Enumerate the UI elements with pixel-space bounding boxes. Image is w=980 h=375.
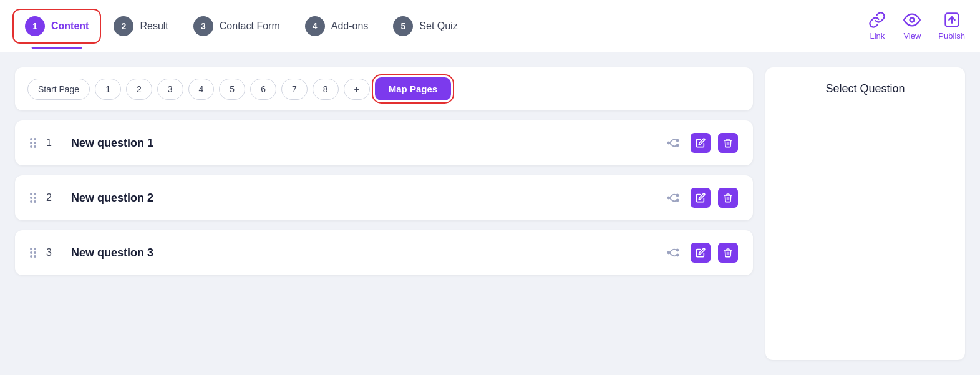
tab-number-2: 2	[114, 16, 133, 36]
page-tab-start[interactable]: Start Page	[27, 79, 90, 100]
tab-add-ons[interactable]: 4 Add-ons	[295, 11, 379, 41]
page-tab-5[interactable]: 5	[219, 79, 245, 100]
question-title-1: New question 1	[71, 137, 653, 150]
svg-point-0	[910, 18, 915, 22]
page-tab-4[interactable]: 4	[188, 79, 215, 100]
publish-label: Publish	[938, 31, 965, 41]
tab-contact-form[interactable]: 3 Contact Form	[183, 11, 290, 41]
logic-icon-2[interactable]	[663, 188, 683, 208]
logic-icon-3[interactable]	[663, 243, 683, 263]
svg-point-7	[677, 200, 679, 202]
question-title-2: New question 2	[71, 192, 653, 205]
publish-button[interactable]: Publish	[938, 11, 965, 41]
tab-result[interactable]: 2 Result	[104, 11, 178, 41]
logic-icon-1[interactable]	[663, 133, 683, 153]
link-label: Link	[870, 31, 885, 41]
page-tab-7[interactable]: 7	[281, 79, 308, 100]
page-tab-add[interactable]: +	[344, 79, 370, 100]
page-tab-1[interactable]: 1	[95, 79, 121, 100]
question-item-1: 1 New question 1	[15, 120, 753, 165]
page-tab-8[interactable]: 8	[313, 79, 339, 100]
question-number-2: 2	[46, 192, 61, 203]
left-panel: Start Page 1 2 3 4 5 6 7 8 + Map Pages 1…	[15, 67, 753, 360]
question-actions-2	[663, 188, 738, 208]
question-actions-1	[663, 133, 738, 153]
tab-label-content: Content	[51, 21, 89, 32]
edit-icon-1[interactable]	[691, 133, 711, 153]
delete-icon-1[interactable]	[718, 133, 738, 153]
question-number-1: 1	[46, 137, 61, 149]
page-tab-3[interactable]: 3	[157, 79, 183, 100]
tab-number-5: 5	[393, 16, 413, 36]
question-number-3: 3	[46, 247, 61, 258]
eye-icon	[903, 11, 921, 29]
svg-point-4	[677, 145, 679, 147]
publish-icon	[943, 11, 961, 29]
question-item-2: 2 New question 2	[15, 175, 753, 220]
top-nav: 1 Content 2 Result 3 Contact Form 4 Add-…	[0, 0, 980, 52]
drag-handle-3[interactable]	[30, 248, 36, 258]
tab-label-add-ons: Add-ons	[331, 21, 369, 32]
tab-number-4: 4	[305, 16, 325, 36]
tab-number-1: 1	[25, 16, 45, 36]
svg-point-3	[677, 140, 679, 142]
tab-label-set-quiz: Set Quiz	[419, 21, 457, 32]
view-label: View	[903, 31, 921, 41]
nav-tabs: 1 Content 2 Result 3 Contact Form 4 Add-…	[15, 11, 868, 41]
tab-content[interactable]: 1 Content	[15, 11, 99, 41]
map-pages-button[interactable]: Map Pages	[375, 77, 451, 100]
right-panel: Select Question	[765, 67, 965, 360]
delete-icon-2[interactable]	[718, 188, 738, 208]
select-question-label: Select Question	[825, 82, 905, 95]
tab-set-quiz[interactable]: 5 Set Quiz	[383, 11, 467, 41]
question-actions-3	[663, 243, 738, 263]
svg-point-10	[677, 255, 679, 256]
tab-label-result: Result	[140, 21, 168, 32]
svg-point-6	[677, 195, 679, 197]
drag-handle-2[interactable]	[30, 193, 36, 203]
drag-handle-1[interactable]	[30, 138, 36, 148]
view-button[interactable]: View	[903, 11, 921, 41]
svg-point-9	[677, 250, 679, 251]
tab-label-contact-form: Contact Form	[220, 21, 280, 32]
main-content: Start Page 1 2 3 4 5 6 7 8 + Map Pages 1…	[0, 52, 980, 375]
link-button[interactable]: Link	[868, 11, 886, 41]
question-item-3: 3 New question 3	[15, 230, 753, 275]
tab-number-3: 3	[193, 16, 213, 36]
link-icon	[868, 11, 886, 29]
page-tab-2[interactable]: 2	[126, 79, 152, 100]
delete-icon-3[interactable]	[718, 243, 738, 263]
edit-icon-2[interactable]	[691, 188, 711, 208]
question-title-3: New question 3	[71, 246, 653, 260]
page-tabs-bar: Start Page 1 2 3 4 5 6 7 8 + Map Pages	[15, 67, 753, 110]
edit-icon-3[interactable]	[691, 243, 711, 263]
page-tab-6[interactable]: 6	[250, 79, 276, 100]
nav-actions: Link View Publish	[868, 11, 965, 41]
